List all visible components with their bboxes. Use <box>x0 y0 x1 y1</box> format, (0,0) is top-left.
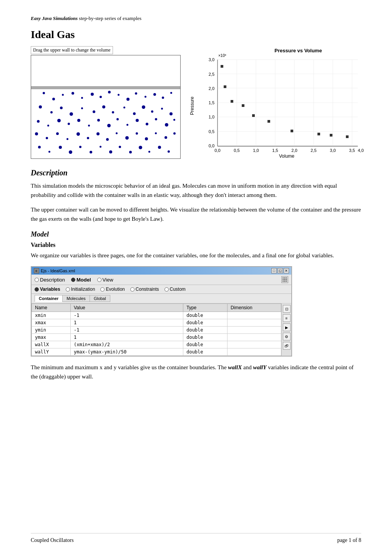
variables-description: We organize our variables is three pages… <box>31 251 361 260</box>
table-row[interactable]: wallYymax-(ymax-ymin)/50double <box>32 348 281 356</box>
particle <box>100 146 101 148</box>
sidebar-btn-3[interactable]: ▶ <box>283 323 291 331</box>
svg-text:2,0: 2,0 <box>209 86 214 91</box>
ejs-window-title: Ejs - IdealGas.xml <box>41 268 75 273</box>
page-container[interactable]: Container <box>35 295 63 302</box>
particle <box>96 132 100 135</box>
table-row[interactable]: ymin-1double <box>32 327 281 334</box>
particle <box>109 150 112 153</box>
table-row[interactable]: wallX(xmin+xmax)/2double <box>32 341 281 348</box>
sidebar-btn-4[interactable]: ⚙ <box>283 333 291 340</box>
table-row[interactable]: xmax1double <box>32 319 281 327</box>
particle <box>87 137 89 139</box>
svg-text:3,0: 3,0 <box>209 57 214 62</box>
particle <box>126 98 130 101</box>
particle <box>155 118 157 120</box>
particle <box>56 132 59 135</box>
particle <box>145 137 148 140</box>
cell-type: double <box>183 348 228 356</box>
svg-text:4,0: 4,0 <box>358 148 364 153</box>
chart-title: Pressure vs Volume <box>274 48 322 53</box>
ejs-titlebar: E Ejs - IdealGas.xml □ ◱ ✕ <box>32 267 291 275</box>
particle <box>135 92 137 95</box>
table-row[interactable]: xmin-1double <box>32 312 281 319</box>
tab-view[interactable]: View <box>97 277 113 283</box>
gas-box[interactable] <box>31 55 181 159</box>
particle <box>107 124 111 127</box>
particle <box>68 123 70 125</box>
particle <box>102 105 105 108</box>
description-title: Description <box>31 168 361 177</box>
col-value: Value <box>70 304 183 312</box>
particle <box>155 132 157 134</box>
wall-line[interactable] <box>31 86 180 89</box>
svg-text:1,5: 1,5 <box>209 100 214 105</box>
radio-view <box>97 278 101 282</box>
grid-icon[interactable] <box>281 276 288 283</box>
col-name: Name <box>32 304 71 312</box>
particle <box>165 123 168 127</box>
page-global[interactable]: Global <box>90 295 110 302</box>
subtab-evolution[interactable]: Evolution <box>100 287 125 292</box>
subtab-initialization[interactable]: Initialization <box>66 287 95 292</box>
cell-name: wallX <box>32 341 71 348</box>
subtab-constraints[interactable]: Constraints <box>130 287 159 292</box>
particle <box>173 119 175 121</box>
particle <box>136 132 138 135</box>
subtab-variables[interactable]: Variables <box>35 287 60 292</box>
cell-dimension <box>227 312 281 319</box>
cell-dimension <box>227 334 281 341</box>
particle <box>71 92 74 95</box>
wallY-text: wallY <box>253 364 266 370</box>
particle <box>139 146 142 149</box>
tab-view-label: View <box>103 277 113 283</box>
description-para-2: The upper container wall can be moved to… <box>31 205 361 223</box>
subtab-evolution-label: Evolution <box>106 287 125 292</box>
particle <box>119 146 121 148</box>
svg-text:2,5: 2,5 <box>209 72 214 77</box>
particle <box>100 96 102 98</box>
pressure-volume-chart: Pressure vs Volume ×10³ 3,0 <box>187 46 364 158</box>
simulation-area: Drag the upper wall to change the volume <box>31 46 361 159</box>
cell-name: xmin <box>32 312 71 319</box>
cell-name: xmax <box>32 319 71 327</box>
particle <box>162 97 164 99</box>
radio-evolution <box>100 287 105 292</box>
minimize-button[interactable]: □ <box>271 268 277 273</box>
ejs-tabs-left: Description Model View <box>35 277 113 283</box>
subtab-custom[interactable]: Custom <box>164 287 186 292</box>
maximize-button[interactable]: ◱ <box>277 268 283 273</box>
particle <box>59 146 62 149</box>
particle <box>116 118 119 120</box>
variables-table: Name Value Type Dimension xmin-1doublexm… <box>32 303 281 356</box>
ejs-pages: Container Molecules Global <box>32 294 291 303</box>
table-row[interactable]: ymax1double <box>32 334 281 341</box>
ejs-titlebar-left: E Ejs - IdealGas.xml <box>34 268 75 273</box>
particle <box>145 96 146 98</box>
data-point <box>346 135 349 138</box>
tab-description[interactable]: Description <box>35 277 65 283</box>
particle <box>161 108 163 110</box>
particle <box>35 132 38 135</box>
data-point <box>224 85 226 88</box>
cell-dimension <box>227 348 281 356</box>
sidebar-btn-5[interactable]: 🗗 <box>283 342 291 350</box>
data-point <box>291 130 293 132</box>
header-line: Easy Java Simulations step-by-step serie… <box>31 15 361 22</box>
particle <box>70 112 73 116</box>
svg-text:2,5: 2,5 <box>311 148 316 153</box>
footer: Coupled Oscillators page 1 of 8 <box>31 533 361 543</box>
particle <box>126 124 128 126</box>
chart-area: Pressure vs Volume ×10³ 3,0 <box>187 46 364 159</box>
svg-text:3,0: 3,0 <box>330 148 336 153</box>
tab-model[interactable]: Model <box>71 277 91 283</box>
page-molecules[interactable]: Molecules <box>62 295 90 302</box>
particle <box>136 119 139 122</box>
sidebar-btn-2[interactable]: ≡ <box>283 314 291 322</box>
data-point <box>242 104 244 107</box>
sidebar-btn-1[interactable]: ⊡ <box>283 305 291 313</box>
cell-type: double <box>183 334 228 341</box>
y-axis-label: Pressure <box>189 97 195 115</box>
data-point <box>330 134 332 137</box>
close-button[interactable]: ✕ <box>284 268 289 273</box>
